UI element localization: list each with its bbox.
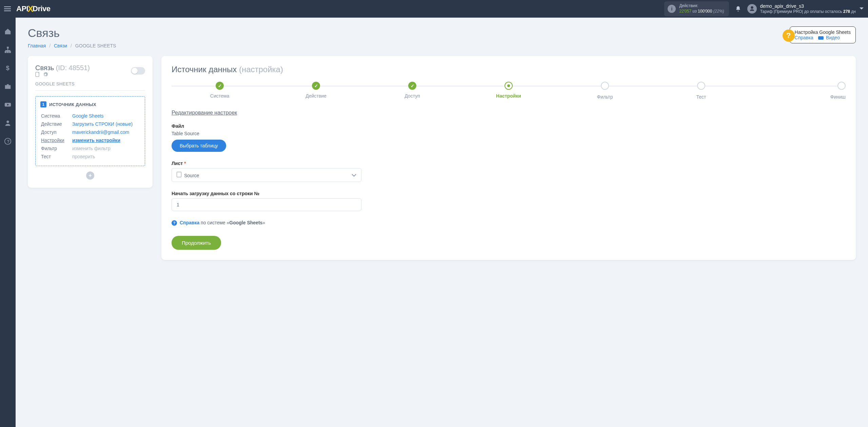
test-link[interactable]: проверить (72, 154, 95, 159)
breadcrumb: Главная / Связи / GOOGLE SHEETS (28, 43, 116, 48)
row-system: Система Google Sheets (41, 112, 139, 120)
user-text: demo_apix_drive_s3 Тариф |Премиум PRO| д… (760, 3, 856, 15)
svg-point-2 (6, 121, 9, 123)
actions-of: из (693, 9, 697, 14)
row-label: Настройки (41, 137, 72, 144)
source-head-label: ИСТОЧНИК ДАННЫХ (49, 102, 96, 107)
main: Связь Главная / Связи / GOOGLE SHEETS ? … (16, 18, 868, 427)
system-link[interactable]: Google Sheets (72, 113, 104, 119)
question-icon[interactable]: ? (783, 29, 795, 42)
gear-icon[interactable] (43, 72, 48, 77)
continue-button[interactable]: Продолжить (172, 236, 221, 250)
field-start-row: Начать загрузку данных со строки № (172, 191, 361, 211)
help-video-link[interactable]: Видео (826, 35, 840, 40)
user-icon[interactable] (4, 119, 12, 127)
logo-pre: API (16, 4, 28, 13)
connection-sub: GOOGLE SHEETS (35, 81, 145, 91)
action-link[interactable]: Загрузить СТРОКИ (новые) (72, 121, 133, 127)
settings-title: Источник данных (настройка) (172, 65, 846, 74)
step-finish[interactable]: Финиш (749, 82, 846, 100)
info-icon: i (668, 5, 676, 13)
svg-text:?: ? (7, 139, 9, 144)
help-inline-icon: ? (172, 220, 177, 226)
avatar-icon (747, 4, 757, 14)
step-test[interactable]: Тест (653, 82, 749, 100)
actions-pct: (22%) (713, 9, 724, 14)
step-number-badge: 1 (40, 101, 46, 107)
help-title: Настройка Google Sheets (795, 29, 851, 35)
row-filter: Фильтр изменить фильтр (41, 145, 139, 152)
actions-counter[interactable]: i Действия: 22'057 из 100'000 (22%) (664, 1, 729, 16)
logo[interactable]: API X Drive (16, 4, 51, 14)
actions-total: 100'000 (698, 9, 712, 14)
actions-count: 22'057 (679, 9, 691, 14)
step-settings[interactable]: Настройки (460, 82, 557, 99)
filter-link[interactable]: изменить фильтр (72, 146, 111, 151)
help-ref-link[interactable]: Справка (795, 35, 813, 40)
sheet-select[interactable]: Source (172, 168, 361, 182)
source-head: 1 ИСТОЧНИК ДАННЫХ (40, 101, 140, 107)
row-label: Фильтр (41, 145, 72, 152)
youtube-icon[interactable] (4, 101, 12, 108)
page-title: Связь (28, 26, 116, 40)
connection-card: Связь (ID: 48551) GOOGLE SHEE (28, 56, 153, 188)
settings-link[interactable]: изменить настройки (72, 138, 120, 143)
step-access[interactable]: Доступ (364, 82, 460, 99)
step-filter[interactable]: Фильтр (557, 82, 653, 100)
row-access: Доступ maverickandrii@gmail.com (41, 128, 139, 136)
svg-text:$: $ (6, 64, 9, 72)
help-card: ? Настройка Google Sheets Справка Видео (790, 26, 856, 43)
start-row-input[interactable] (172, 198, 361, 211)
help-inline-link[interactable]: Справка (180, 220, 199, 225)
row-label: Доступ (41, 128, 72, 136)
bell-icon[interactable] (735, 5, 741, 12)
settings-title-sub: (настройка) (239, 65, 283, 74)
file-value: Table Source (172, 131, 361, 136)
sheet-value: Source (184, 173, 199, 178)
dollar-icon[interactable]: $ (4, 64, 12, 72)
tariff-suffix: дн (851, 9, 856, 14)
topbar: API X Drive i Действия: 22'057 из 100'00… (0, 0, 868, 18)
file-label: Файл (172, 123, 361, 129)
sidebar: $ ? (0, 18, 16, 427)
row-settings: Настройки изменить настройки (41, 137, 139, 144)
copy-icon[interactable] (35, 72, 40, 77)
enable-toggle[interactable] (131, 67, 145, 75)
source-box: 1 ИСТОЧНИК ДАННЫХ Система Google Sheets … (35, 96, 145, 166)
field-sheet: Лист* Source (172, 161, 361, 182)
row-label: Действие (41, 120, 72, 128)
logo-post: Drive (33, 4, 51, 13)
step-action[interactable]: Действие (268, 82, 364, 99)
briefcase-icon[interactable] (4, 83, 12, 90)
breadcrumb-current: GOOGLE SHEETS (75, 43, 116, 48)
section-title: Редактирование настроек (172, 110, 846, 116)
chevron-down-icon (352, 174, 356, 177)
add-destination-button[interactable]: + (86, 171, 94, 180)
chevron-down-icon[interactable] (859, 7, 864, 11)
field-file: Файл Table Source Выбрать таблицу (172, 123, 361, 152)
breadcrumb-links[interactable]: Связи (54, 43, 67, 48)
stepper: Система Действие Доступ Настройки Фильтр… (172, 82, 846, 100)
sheet-label: Лист* (172, 161, 361, 166)
row-label: Тест (41, 153, 72, 160)
file-icon (177, 172, 181, 177)
row-label: Начать загрузку данных со строки № (172, 191, 361, 196)
row-label: Система (41, 112, 72, 120)
sitemap-icon[interactable] (4, 46, 12, 54)
access-link[interactable]: maverickandrii@gmail.com (72, 129, 129, 135)
home-icon[interactable] (4, 28, 12, 35)
choose-table-button[interactable]: Выбрать таблицу (172, 140, 226, 152)
tariff-days: 278 (843, 9, 850, 14)
menu-icon[interactable] (4, 6, 11, 11)
help-icon[interactable]: ? (4, 138, 12, 145)
breadcrumb-home[interactable]: Главная (28, 43, 46, 48)
help-system-name: Google Sheets (229, 220, 262, 225)
row-test: Тест проверить (41, 153, 139, 160)
step-system[interactable]: Система (172, 82, 268, 99)
username: demo_apix_drive_s3 (760, 3, 856, 9)
tariff-text: Тариф |Премиум PRO| до оплаты осталось (760, 9, 842, 14)
help-line: ? Справка по системе «Google Sheets» (172, 220, 846, 226)
actions-text: Действия: 22'057 из 100'000 (22%) (679, 3, 724, 14)
row-action: Действие Загрузить СТРОКИ (новые) (41, 120, 139, 128)
user-menu[interactable]: demo_apix_drive_s3 Тариф |Премиум PRO| д… (747, 3, 856, 15)
